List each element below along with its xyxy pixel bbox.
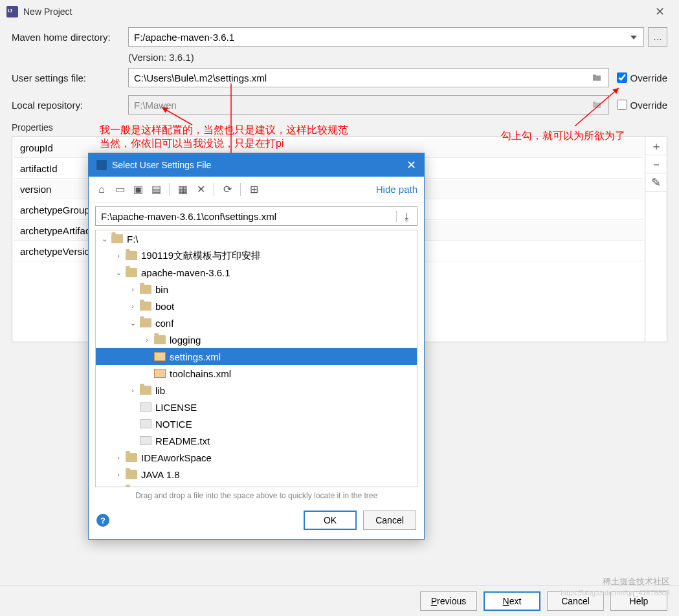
- history-dropdown-icon[interactable]: ⭳: [396, 211, 412, 222]
- tree-node[interactable]: ›logging: [96, 331, 417, 348]
- local-repo-override-checkbox[interactable]: Override: [617, 100, 667, 111]
- user-settings-label: User settings file:: [12, 72, 128, 83]
- edit-property-button[interactable]: ✎: [645, 173, 667, 192]
- refresh-icon[interactable]: ⟳: [221, 183, 234, 196]
- tree-node[interactable]: ⌄F:\: [96, 230, 417, 247]
- dialog-toolbar: ⌂ ▭ ▣ ▤ ▦ ✕ ⟳ ⊞ Hide path: [89, 177, 424, 203]
- user-settings-override-checkbox[interactable]: Override: [617, 72, 667, 83]
- folder-icon: [590, 100, 603, 110]
- show-hidden-icon[interactable]: ⊞: [247, 183, 260, 196]
- module-icon[interactable]: ▤: [150, 183, 162, 196]
- tree-node[interactable]: LICENSE: [96, 399, 417, 415]
- next-button[interactable]: Next: [484, 591, 540, 611]
- separator: [169, 183, 170, 196]
- separator: [214, 183, 214, 196]
- path-input[interactable]: F:\apache-maven-3.6.1\conf\settings.xml …: [95, 206, 417, 226]
- maven-home-label: Maven home directory:: [12, 32, 128, 43]
- tree-node[interactable]: ›JAVA 1.8: [96, 466, 417, 483]
- dialog-title: Select User Settings File: [112, 160, 406, 170]
- properties-label: Properties: [0, 118, 679, 137]
- local-repo-label: Local repository:: [12, 100, 128, 111]
- close-icon[interactable]: ✕: [647, 5, 673, 19]
- folder-icon[interactable]: [590, 72, 603, 83]
- desktop-icon[interactable]: ▭: [113, 183, 126, 196]
- maven-version-text: (Version: 3.6.1): [0, 50, 679, 64]
- file-chooser-dialog: Select User Settings File ✕ ⌂ ▭ ▣ ▤ ▦ ✕ …: [88, 153, 425, 540]
- maven-home-browse-button[interactable]: …: [648, 27, 667, 47]
- tree-node[interactable]: toolchains.xml: [96, 365, 417, 382]
- ok-button[interactable]: OK: [304, 511, 357, 530]
- add-property-button[interactable]: ＋: [645, 137, 667, 155]
- tree-node[interactable]: ›lib: [96, 382, 417, 399]
- tree-node[interactable]: ›IDEAworkSpace: [96, 449, 417, 466]
- dialog-footer: ? OK Cancel: [89, 505, 424, 539]
- local-repo-row: Local repository: F:\Mawen Override: [0, 91, 679, 118]
- maven-home-dropdown[interactable]: F:/apache-maven-3.6.1: [128, 27, 644, 47]
- delete-icon[interactable]: ✕: [194, 183, 207, 196]
- properties-toolbar: ＋ － ✎: [645, 137, 667, 342]
- tree-hint: Drag and drop a file into the space abov…: [89, 490, 424, 505]
- help-icon[interactable]: ?: [96, 514, 109, 527]
- watermark: 稀土掘金技术社区: [603, 576, 670, 588]
- app-icon: [6, 6, 18, 17]
- remove-property-button[interactable]: －: [645, 155, 667, 173]
- dialog-titlebar: Select User Settings File ✕: [89, 153, 424, 177]
- tree-node[interactable]: ›Mawen: [96, 483, 417, 487]
- local-repo-input: F:\Mawen: [128, 95, 609, 115]
- file-tree[interactable]: ⌄F:\›190119文献模板与打印安排⌄apache-maven-3.6.1›…: [95, 230, 417, 487]
- window-title: New Project: [23, 6, 647, 17]
- cancel-button[interactable]: Cancel: [363, 511, 416, 530]
- maven-home-row: Maven home directory: F:/apache-maven-3.…: [0, 23, 679, 50]
- separator: [240, 183, 241, 196]
- tree-node[interactable]: ›bin: [96, 281, 417, 298]
- user-settings-input[interactable]: C:\Users\Bule\.m2\settings.xml: [128, 68, 609, 87]
- new-folder-icon[interactable]: ▦: [176, 183, 189, 196]
- user-settings-row: User settings file: C:\Users\Bule\.m2\se…: [0, 64, 679, 91]
- previous-button[interactable]: Previous: [420, 591, 477, 611]
- hide-path-link[interactable]: Hide path: [376, 184, 417, 195]
- project-icon[interactable]: ▣: [131, 183, 144, 196]
- tree-node[interactable]: README.txt: [96, 432, 417, 449]
- home-icon[interactable]: ⌂: [95, 183, 108, 196]
- tree-node[interactable]: settings.xml: [96, 348, 417, 365]
- app-icon: [96, 160, 107, 170]
- tree-node[interactable]: ›190119文献模板与打印安排: [96, 247, 417, 264]
- tree-node[interactable]: ⌄apache-maven-3.6.1: [96, 264, 417, 281]
- watermark-url: https://blog.csdn.net/qq_41878503: [561, 589, 670, 597]
- tree-node[interactable]: ⌄conf: [96, 314, 417, 331]
- tree-node[interactable]: ›boot: [96, 298, 417, 314]
- window-titlebar: New Project ✕: [0, 0, 679, 23]
- close-icon[interactable]: ✕: [406, 158, 416, 172]
- tree-node[interactable]: NOTICE: [96, 415, 417, 432]
